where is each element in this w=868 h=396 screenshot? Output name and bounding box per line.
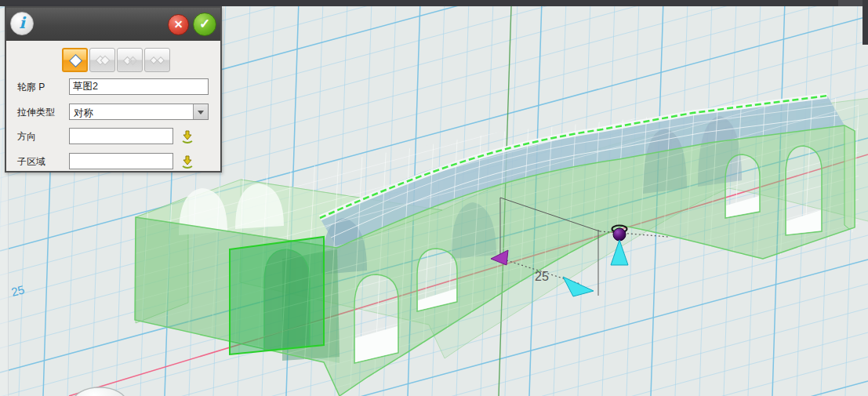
extrude-type-toolbar (62, 48, 170, 72)
bridge-right-endcap (844, 125, 855, 229)
solid-diamond-icon (67, 52, 84, 69)
extrude-type-label: 拉伸类型 (17, 106, 55, 119)
direction-pick-button[interactable] (180, 129, 195, 144)
subregion-field-label: 子区域 (17, 155, 45, 169)
top-window-bar (0, 0, 838, 6)
extrude-type-dropdown[interactable]: 对称 (69, 104, 209, 120)
dialog-titlebar[interactable]: i ✕ ✓ (6, 8, 220, 41)
origin-ball[interactable] (73, 387, 126, 396)
direction-field-label: 方向 (17, 130, 36, 144)
extrude-type-double-button[interactable] (89, 48, 115, 72)
confirm-button[interactable]: ✓ (193, 13, 216, 36)
extrude-type-solid-button[interactable] (62, 48, 88, 72)
dropdown-button[interactable] (193, 104, 208, 119)
direction-input[interactable] (69, 128, 173, 144)
cancel-button[interactable]: ✕ (168, 14, 189, 35)
extrude-dialog: i ✕ ✓ 轮廓 P (5, 6, 222, 173)
double-diamond-icon (94, 52, 111, 69)
subregion-pick-button[interactable] (180, 154, 195, 169)
pick-arrow-icon (180, 129, 195, 144)
sketch-section-plane[interactable] (230, 237, 324, 354)
grid-scale-label: 25 (10, 282, 26, 299)
pick-arrow-icon (180, 154, 195, 169)
extrude-type-split-button[interactable] (144, 48, 170, 72)
hybrid-diamond-icon (122, 52, 139, 69)
profile-input[interactable] (69, 78, 209, 95)
extrude-type-hybrid-button[interactable] (117, 48, 143, 72)
right-edge-strip (863, 0, 868, 45)
extrude-type-value: 对称 (74, 107, 93, 120)
split-diamond-icon (149, 52, 166, 69)
chevron-down-icon (198, 111, 204, 114)
profile-field-label: 轮廓 P (17, 81, 45, 94)
info-icon[interactable]: i (10, 12, 34, 35)
dimension-value: 25 (535, 270, 549, 283)
subregion-input[interactable] (69, 153, 173, 169)
